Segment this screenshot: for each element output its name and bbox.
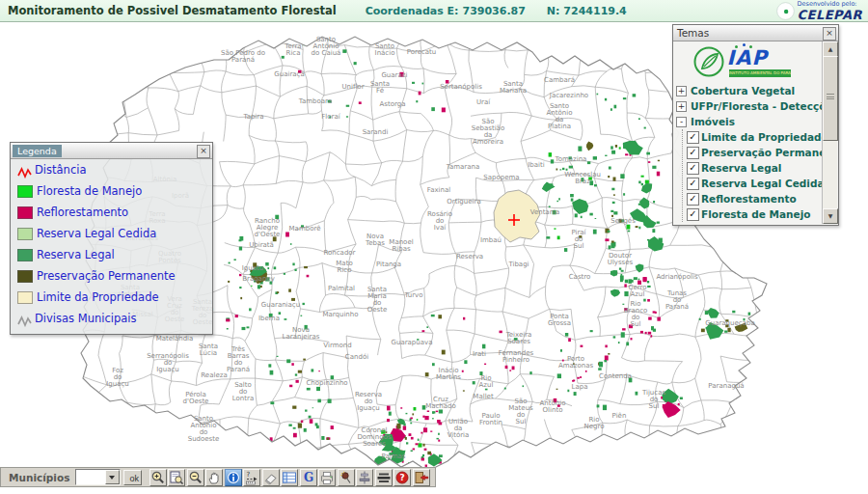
tool-attribute-table-button[interactable] xyxy=(281,469,298,486)
tree-item-label[interactable]: Cobertura Vegetal xyxy=(691,85,795,96)
svg-text:Palmital: Palmital xyxy=(328,285,355,292)
layer-checkbox[interactable]: ✓ xyxy=(687,131,699,144)
iap-leaf-icon xyxy=(692,45,725,78)
identify-icon xyxy=(226,470,241,485)
svg-text:Guairaçá: Guairaçá xyxy=(274,70,304,78)
svg-text:?: ? xyxy=(247,470,251,478)
svg-text:Ibema: Ibema xyxy=(258,315,280,322)
svg-text:Tamarana: Tamarana xyxy=(446,163,479,171)
top-bar: Monitoramento de Possivel Desmatamento F… xyxy=(0,0,868,22)
expand-icon[interactable]: + xyxy=(676,86,687,96)
tool-pushpin-button[interactable] xyxy=(338,469,355,486)
themes-panel-titlebar[interactable]: Temas × xyxy=(673,25,838,41)
svg-text:Pérolad'Oeste: Pérolad'Oeste xyxy=(183,391,209,405)
tree-children: ✓Limite da Propriedade✓Preservação Perma… xyxy=(682,129,823,222)
tree-group-0[interactable]: +Cobertura Vegetal xyxy=(676,83,823,98)
svg-text:Piên: Piên xyxy=(612,412,627,420)
svg-text:Lapa: Lapa xyxy=(572,383,588,391)
legend-item-label: Reflorestamento xyxy=(37,206,128,219)
coord-e-label: Coordenadas E: xyxy=(366,5,459,17)
tree-layer-3[interactable]: ✓Limite da Propriedade xyxy=(687,129,823,145)
themes-scrollbar[interactable]: ▲ ▼ xyxy=(822,41,837,224)
themes-panel: Temas × IAP INSTITUTO AMBIENTAL DO PARAN… xyxy=(672,24,839,226)
legend-close-icon[interactable]: × xyxy=(197,145,210,158)
scroll-up-icon[interactable]: ▲ xyxy=(823,41,838,57)
legend-item: Reflorestamento xyxy=(17,202,212,223)
zoom-out-icon xyxy=(188,470,203,485)
tree-layer-6[interactable]: ✓Reserva Legal Cedida xyxy=(687,176,823,191)
svg-text:Realeza: Realeza xyxy=(201,371,227,379)
zoom-in-icon xyxy=(150,470,166,485)
svg-text:CerroAzul: CerroAzul xyxy=(629,284,647,298)
layer-checkbox[interactable]: ✓ xyxy=(687,193,699,206)
legend-item: Reserva Legal xyxy=(17,244,212,265)
themes-panel-title: Temas xyxy=(677,27,709,39)
tool-zoom-extent-button[interactable] xyxy=(168,469,185,486)
tree-item-label[interactable]: UFPr/Floresta - Detecções xyxy=(691,100,823,112)
tool-print-settings-button[interactable] xyxy=(375,469,393,486)
svg-text:MatoRico: MatoRico xyxy=(336,260,352,274)
layer-checkbox[interactable]: ✓ xyxy=(687,162,699,175)
tree-item-label[interactable]: Reserva Legal Cedida xyxy=(701,178,823,189)
themes-close-icon[interactable]: × xyxy=(823,27,836,41)
tool-google-button[interactable]: G xyxy=(300,469,317,486)
tree-item-label[interactable]: Floresta de Manejo xyxy=(701,208,811,220)
color-swatch xyxy=(17,228,33,240)
print-settings-icon xyxy=(376,470,392,485)
tree-layer-4[interactable]: ✓Preservação Permanente xyxy=(687,145,823,160)
municipios-label: Municípios xyxy=(9,472,69,483)
tool-pan-button[interactable] xyxy=(205,469,223,486)
tree-layer-7[interactable]: ✓Reflorestamento xyxy=(687,191,823,206)
tree-item-label[interactable]: Reflorestamento xyxy=(701,193,797,205)
collapse-icon[interactable]: - xyxy=(676,117,687,127)
svg-text:InácioMartins: InácioMartins xyxy=(436,367,461,381)
tree-item-label[interactable]: Imóveis xyxy=(691,116,735,127)
svg-text:SantoAntôniodo Caiuá: SantoAntôniodo Caiuá xyxy=(312,36,341,57)
tree-item-label[interactable]: Limite da Propriedade xyxy=(701,131,823,143)
svg-text:Mamborê: Mamborê xyxy=(289,225,321,233)
layer-checkbox[interactable]: ✓ xyxy=(687,147,699,159)
legend-item-label: Reserva Legal xyxy=(37,248,115,261)
svg-text:Roncador: Roncador xyxy=(323,249,355,257)
tool-exit-button[interactable] xyxy=(413,469,430,486)
tool-measure-button[interactable]: ? xyxy=(243,469,260,486)
tree-layer-5[interactable]: ✓Reserva Legal xyxy=(687,160,823,176)
svg-text:Candói: Candói xyxy=(345,353,368,361)
tree-group-1[interactable]: +UFPr/Floresta - Detecções xyxy=(676,98,823,114)
layer-tree: +Cobertura Vegetal+UFPr/Floresta - Detec… xyxy=(673,83,823,222)
svg-text:Contenda: Contenda xyxy=(599,372,632,380)
layer-checkbox[interactable]: ✓ xyxy=(687,208,699,221)
ok-button[interactable]: ok xyxy=(123,470,142,485)
expand-icon[interactable]: + xyxy=(676,101,687,112)
layer-checkbox[interactable]: ✓ xyxy=(687,178,699,190)
tree-item-label[interactable]: Reserva Legal xyxy=(701,162,781,174)
tool-zoom-out-button[interactable] xyxy=(187,469,204,486)
svg-text:SantaMariana: SantaMariana xyxy=(500,80,527,95)
tool-print-button[interactable] xyxy=(318,469,336,486)
svg-text:Guaraci: Guaraci xyxy=(381,71,407,79)
legend-panel-titlebar[interactable]: Legenda × xyxy=(11,143,212,159)
svg-text:Virmond: Virmond xyxy=(323,342,351,349)
svg-text:Reserva: Reserva xyxy=(456,253,483,261)
iap-logo-dot xyxy=(749,45,752,48)
help-icon: ? xyxy=(394,470,410,485)
scrollbar-thumb[interactable] xyxy=(823,56,838,141)
tree-item-label[interactable]: Preservação Permanente xyxy=(701,147,823,158)
tool-zoom-in-button[interactable] xyxy=(149,469,167,486)
dropdown-arrow-icon[interactable] xyxy=(105,470,120,484)
municipios-select[interactable] xyxy=(75,469,120,485)
tool-erase-button[interactable] xyxy=(262,469,280,486)
svg-text:G: G xyxy=(303,471,312,484)
app-window: São Pedro doParanáTerraRicaSantoAntôniod… xyxy=(0,0,868,494)
tool-help-button[interactable]: ? xyxy=(393,469,411,486)
svg-text:Ubiratã: Ubiratã xyxy=(249,241,274,249)
tree-group-2[interactable]: -Imóveis xyxy=(676,114,823,129)
scroll-down-icon[interactable]: ▼ xyxy=(823,208,838,224)
tool-identify-button[interactable] xyxy=(225,469,242,486)
tree-layer-8[interactable]: ✓Floresta de Manejo xyxy=(687,206,823,222)
svg-text:Floraí: Floraí xyxy=(321,113,340,121)
svg-text:Castro: Castro xyxy=(569,273,591,281)
coord-n-label: N: xyxy=(547,5,560,17)
legend-panel-title: Legenda xyxy=(13,145,62,157)
tool-adjust-button[interactable] xyxy=(356,469,373,486)
